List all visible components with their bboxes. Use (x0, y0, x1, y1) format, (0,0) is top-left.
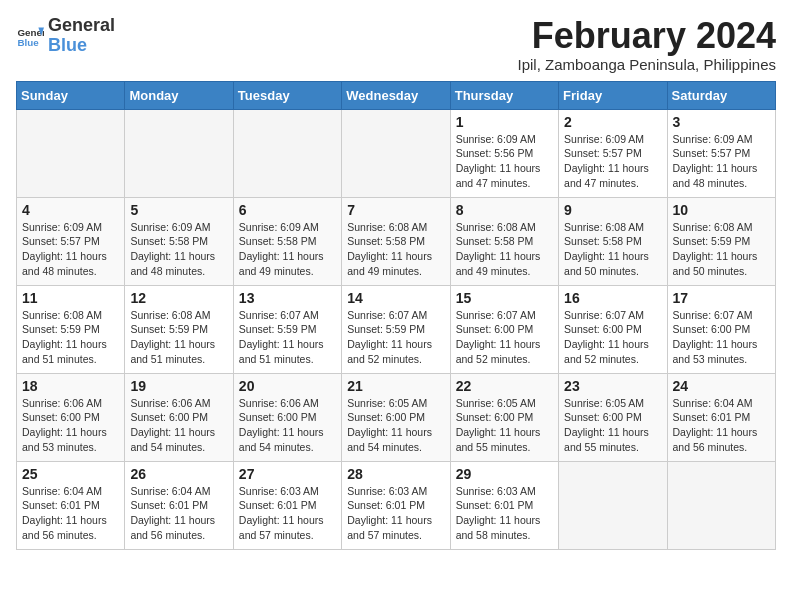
col-sunday: Sunday (17, 81, 125, 109)
table-cell: 15Sunrise: 6:07 AMSunset: 6:00 PMDayligh… (450, 285, 558, 373)
table-cell: 9Sunrise: 6:08 AMSunset: 5:58 PMDaylight… (559, 197, 667, 285)
table-cell: 17Sunrise: 6:07 AMSunset: 6:00 PMDayligh… (667, 285, 775, 373)
day-number: 3 (673, 114, 770, 130)
table-cell: 19Sunrise: 6:06 AMSunset: 6:00 PMDayligh… (125, 373, 233, 461)
table-cell: 21Sunrise: 6:05 AMSunset: 6:00 PMDayligh… (342, 373, 450, 461)
day-number: 7 (347, 202, 444, 218)
table-cell: 5Sunrise: 6:09 AMSunset: 5:58 PMDaylight… (125, 197, 233, 285)
day-number: 18 (22, 378, 119, 394)
table-cell: 2Sunrise: 6:09 AMSunset: 5:57 PMDaylight… (559, 109, 667, 197)
calendar-title: February 2024 (518, 16, 777, 56)
day-info: Sunrise: 6:06 AMSunset: 6:00 PMDaylight:… (239, 396, 336, 455)
day-number: 17 (673, 290, 770, 306)
table-cell: 6Sunrise: 6:09 AMSunset: 5:58 PMDaylight… (233, 197, 341, 285)
day-info: Sunrise: 6:07 AMSunset: 5:59 PMDaylight:… (239, 308, 336, 367)
day-info: Sunrise: 6:09 AMSunset: 5:57 PMDaylight:… (564, 132, 661, 191)
day-number: 26 (130, 466, 227, 482)
day-info: Sunrise: 6:03 AMSunset: 6:01 PMDaylight:… (347, 484, 444, 543)
day-info: Sunrise: 6:05 AMSunset: 6:00 PMDaylight:… (347, 396, 444, 455)
day-info: Sunrise: 6:05 AMSunset: 6:00 PMDaylight:… (456, 396, 553, 455)
table-cell: 4Sunrise: 6:09 AMSunset: 5:57 PMDaylight… (17, 197, 125, 285)
calendar-header-row: Sunday Monday Tuesday Wednesday Thursday… (17, 81, 776, 109)
day-info: Sunrise: 6:06 AMSunset: 6:00 PMDaylight:… (130, 396, 227, 455)
table-cell (17, 109, 125, 197)
table-cell (125, 109, 233, 197)
col-wednesday: Wednesday (342, 81, 450, 109)
day-number: 13 (239, 290, 336, 306)
day-info: Sunrise: 6:07 AMSunset: 6:00 PMDaylight:… (673, 308, 770, 367)
calendar-week-2: 4Sunrise: 6:09 AMSunset: 5:57 PMDaylight… (17, 197, 776, 285)
table-cell: 27Sunrise: 6:03 AMSunset: 6:01 PMDayligh… (233, 461, 341, 549)
day-number: 20 (239, 378, 336, 394)
day-info: Sunrise: 6:09 AMSunset: 5:58 PMDaylight:… (239, 220, 336, 279)
day-info: Sunrise: 6:08 AMSunset: 5:59 PMDaylight:… (673, 220, 770, 279)
table-cell: 26Sunrise: 6:04 AMSunset: 6:01 PMDayligh… (125, 461, 233, 549)
logo-icon: General Blue (16, 22, 44, 50)
title-area: February 2024 Ipil, Zamboanga Peninsula,… (518, 16, 777, 73)
table-cell: 3Sunrise: 6:09 AMSunset: 5:57 PMDaylight… (667, 109, 775, 197)
day-info: Sunrise: 6:04 AMSunset: 6:01 PMDaylight:… (673, 396, 770, 455)
day-info: Sunrise: 6:08 AMSunset: 5:58 PMDaylight:… (564, 220, 661, 279)
col-tuesday: Tuesday (233, 81, 341, 109)
table-cell: 29Sunrise: 6:03 AMSunset: 6:01 PMDayligh… (450, 461, 558, 549)
table-cell: 23Sunrise: 6:05 AMSunset: 6:00 PMDayligh… (559, 373, 667, 461)
day-number: 29 (456, 466, 553, 482)
day-number: 14 (347, 290, 444, 306)
day-info: Sunrise: 6:07 AMSunset: 6:00 PMDaylight:… (456, 308, 553, 367)
table-cell (233, 109, 341, 197)
day-number: 6 (239, 202, 336, 218)
day-info: Sunrise: 6:09 AMSunset: 5:56 PMDaylight:… (456, 132, 553, 191)
table-cell: 13Sunrise: 6:07 AMSunset: 5:59 PMDayligh… (233, 285, 341, 373)
day-info: Sunrise: 6:08 AMSunset: 5:58 PMDaylight:… (347, 220, 444, 279)
table-cell: 28Sunrise: 6:03 AMSunset: 6:01 PMDayligh… (342, 461, 450, 549)
table-cell (342, 109, 450, 197)
day-number: 11 (22, 290, 119, 306)
day-info: Sunrise: 6:03 AMSunset: 6:01 PMDaylight:… (456, 484, 553, 543)
day-number: 4 (22, 202, 119, 218)
day-number: 10 (673, 202, 770, 218)
col-monday: Monday (125, 81, 233, 109)
calendar-week-1: 1Sunrise: 6:09 AMSunset: 5:56 PMDaylight… (17, 109, 776, 197)
table-cell: 11Sunrise: 6:08 AMSunset: 5:59 PMDayligh… (17, 285, 125, 373)
table-cell: 14Sunrise: 6:07 AMSunset: 5:59 PMDayligh… (342, 285, 450, 373)
svg-text:Blue: Blue (17, 37, 39, 48)
table-cell: 7Sunrise: 6:08 AMSunset: 5:58 PMDaylight… (342, 197, 450, 285)
day-info: Sunrise: 6:06 AMSunset: 6:00 PMDaylight:… (22, 396, 119, 455)
table-cell: 8Sunrise: 6:08 AMSunset: 5:58 PMDaylight… (450, 197, 558, 285)
day-number: 27 (239, 466, 336, 482)
day-number: 25 (22, 466, 119, 482)
day-number: 28 (347, 466, 444, 482)
logo: General Blue General Blue (16, 16, 115, 56)
day-info: Sunrise: 6:08 AMSunset: 5:59 PMDaylight:… (130, 308, 227, 367)
calendar-week-3: 11Sunrise: 6:08 AMSunset: 5:59 PMDayligh… (17, 285, 776, 373)
day-info: Sunrise: 6:08 AMSunset: 5:59 PMDaylight:… (22, 308, 119, 367)
day-info: Sunrise: 6:05 AMSunset: 6:00 PMDaylight:… (564, 396, 661, 455)
table-cell: 1Sunrise: 6:09 AMSunset: 5:56 PMDaylight… (450, 109, 558, 197)
col-thursday: Thursday (450, 81, 558, 109)
logo-blue: Blue (48, 36, 115, 56)
day-number: 5 (130, 202, 227, 218)
day-number: 19 (130, 378, 227, 394)
day-info: Sunrise: 6:04 AMSunset: 6:01 PMDaylight:… (130, 484, 227, 543)
day-number: 8 (456, 202, 553, 218)
col-friday: Friday (559, 81, 667, 109)
day-info: Sunrise: 6:09 AMSunset: 5:57 PMDaylight:… (22, 220, 119, 279)
table-cell: 18Sunrise: 6:06 AMSunset: 6:00 PMDayligh… (17, 373, 125, 461)
page-header: General Blue General Blue February 2024 … (16, 16, 776, 73)
col-saturday: Saturday (667, 81, 775, 109)
table-cell: 12Sunrise: 6:08 AMSunset: 5:59 PMDayligh… (125, 285, 233, 373)
table-cell: 10Sunrise: 6:08 AMSunset: 5:59 PMDayligh… (667, 197, 775, 285)
day-number: 22 (456, 378, 553, 394)
day-info: Sunrise: 6:08 AMSunset: 5:58 PMDaylight:… (456, 220, 553, 279)
day-number: 23 (564, 378, 661, 394)
calendar-table: Sunday Monday Tuesday Wednesday Thursday… (16, 81, 776, 550)
table-cell (667, 461, 775, 549)
table-cell: 20Sunrise: 6:06 AMSunset: 6:00 PMDayligh… (233, 373, 341, 461)
day-number: 12 (130, 290, 227, 306)
table-cell: 16Sunrise: 6:07 AMSunset: 6:00 PMDayligh… (559, 285, 667, 373)
day-info: Sunrise: 6:09 AMSunset: 5:58 PMDaylight:… (130, 220, 227, 279)
day-info: Sunrise: 6:04 AMSunset: 6:01 PMDaylight:… (22, 484, 119, 543)
day-info: Sunrise: 6:07 AMSunset: 6:00 PMDaylight:… (564, 308, 661, 367)
day-number: 15 (456, 290, 553, 306)
day-number: 2 (564, 114, 661, 130)
